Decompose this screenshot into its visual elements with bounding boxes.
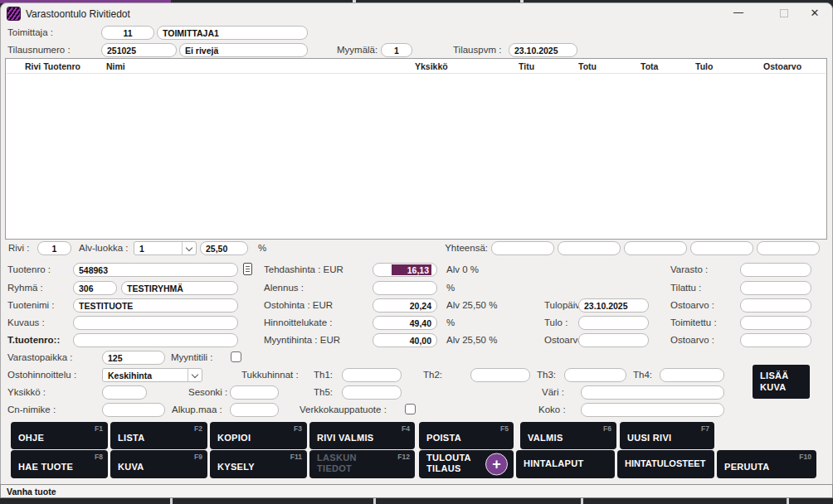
yhteensa-field-4[interactable] bbox=[690, 241, 753, 255]
hinnoittelukate-field[interactable]: 49,40 bbox=[373, 316, 437, 330]
yhteensa-field-3[interactable] bbox=[624, 241, 687, 255]
ostoarvo-field-2[interactable] bbox=[578, 333, 649, 347]
laskun-tiedot-button[interactable]: LASKUN TIEDOTF12 bbox=[309, 450, 415, 478]
alkup-maa-field[interactable] bbox=[230, 403, 279, 417]
toimitettu-label: Toimitettu : bbox=[670, 317, 717, 327]
varastopaikka-field[interactable]: 125 bbox=[102, 351, 165, 365]
chevron-down-icon[interactable] bbox=[188, 369, 201, 381]
maximize-button[interactable] bbox=[780, 9, 788, 17]
alv-luokka-select[interactable]: 1 bbox=[134, 241, 197, 255]
fkey-label: F9 bbox=[194, 453, 202, 461]
tulouta-tilaus-button[interactable]: TULOUTA TILAUS+ bbox=[419, 450, 514, 478]
ryhma-label: Ryhmä : bbox=[7, 283, 43, 293]
button-label: VALMIS bbox=[528, 433, 563, 443]
fkey-label: F10 bbox=[799, 453, 811, 461]
lista-button[interactable]: LISTAF2 bbox=[110, 422, 207, 449]
varastopaikka-label: Varastopaikka : bbox=[7, 352, 72, 362]
close-button[interactable]: ✕ bbox=[806, 5, 824, 20]
status-bar: Vanha tuote bbox=[0, 484, 833, 498]
koko-field[interactable] bbox=[581, 403, 724, 417]
plus-icon: + bbox=[485, 453, 508, 476]
tehdashinta-field[interactable]: 16,13 bbox=[373, 263, 437, 277]
myyntihinta-alv-label: Alv 25,50 % bbox=[446, 335, 497, 345]
yksikko-field[interactable] bbox=[102, 385, 147, 400]
button-label: LASKUN TIEDOT bbox=[317, 453, 372, 474]
chevron-down-icon[interactable] bbox=[182, 242, 195, 254]
verkkokauppatuote-checkbox[interactable] bbox=[405, 404, 416, 414]
minimize-button[interactable]: — bbox=[729, 5, 748, 20]
rivi-field[interactable]: 1 bbox=[37, 241, 71, 255]
yhteensa-field-2[interactable] bbox=[558, 241, 621, 255]
myyntihinta-field[interactable]: 40,00 bbox=[373, 333, 437, 347]
document-icon[interactable] bbox=[243, 263, 252, 275]
peruuta-button[interactable]: PERUUTAF10 bbox=[717, 450, 816, 478]
yhteensa-field-5[interactable] bbox=[757, 241, 820, 255]
t-tuotenro-field[interactable] bbox=[73, 333, 238, 347]
tulo-field[interactable] bbox=[578, 316, 649, 330]
tehdashinta-label: Tehdashinta : EUR bbox=[264, 264, 343, 274]
valmis-button[interactable]: VALMISF6 bbox=[520, 422, 616, 449]
kuvaus-field[interactable] bbox=[73, 316, 238, 330]
tilaus-status-field[interactable]: Ei rivejä bbox=[179, 43, 308, 57]
varasto-field[interactable] bbox=[740, 263, 811, 277]
yhteensa-field-1[interactable] bbox=[491, 241, 554, 255]
verkkokauppatuote-label: Verkkokauppatuote : bbox=[300, 405, 387, 414]
myyntihinta-label: Myyntihinta : EUR bbox=[264, 335, 340, 345]
th5-label: Th5: bbox=[314, 387, 333, 397]
hintatulosteet-button[interactable]: HINTATULOSTEET bbox=[617, 450, 714, 478]
tilausnumero-field[interactable]: 251025 bbox=[101, 43, 177, 57]
col-rivi-tuotenro: Rivi Tuotenro bbox=[25, 61, 80, 71]
lisaa-kuva-button[interactable]: LISÄÄ KUVA bbox=[753, 365, 810, 399]
kysely-button[interactable]: KYSELYF11 bbox=[210, 450, 307, 478]
sesonki-label: Sesonki : bbox=[188, 387, 227, 397]
ostoarvo-field-3[interactable] bbox=[740, 333, 811, 347]
tilattu-field[interactable] bbox=[740, 281, 811, 295]
th3-field[interactable] bbox=[564, 368, 626, 382]
poista-button[interactable]: POISTAF5 bbox=[419, 422, 514, 449]
vari-field[interactable] bbox=[581, 385, 724, 400]
th3-label: Th3: bbox=[537, 370, 556, 380]
ohje-button[interactable]: OHJEF1 bbox=[11, 422, 108, 449]
fkey-label: F3 bbox=[294, 424, 302, 433]
hae-tuote-button[interactable]: HAE TUOTEF8 bbox=[11, 450, 108, 478]
ryhma-name-field[interactable]: TESTIRYHMÄ bbox=[121, 281, 238, 295]
button-label: RIVI VALMIS bbox=[317, 433, 374, 443]
ostoarvo-field-1[interactable] bbox=[740, 298, 811, 313]
th2-field[interactable] bbox=[470, 368, 530, 382]
button-label: LISTA bbox=[118, 433, 144, 443]
rows-grid[interactable] bbox=[5, 58, 827, 240]
col-yksikko: Yksikkö bbox=[415, 61, 448, 71]
alennus-field[interactable] bbox=[373, 281, 437, 295]
rivi-valmis-button[interactable]: RIVI VALMISF4 bbox=[309, 422, 415, 449]
th1-field[interactable] bbox=[342, 368, 402, 382]
col-totu: Totu bbox=[578, 61, 597, 71]
toimitettu-field[interactable] bbox=[740, 316, 811, 330]
kuva-button[interactable]: KUVAF9 bbox=[110, 450, 207, 478]
toimittaja-code-field[interactable]: 11 bbox=[101, 26, 154, 40]
uusi-rivi-button[interactable]: UUSI RIVIF7 bbox=[620, 422, 714, 449]
ryhma-name: TESTIRYHMÄ bbox=[127, 284, 183, 293]
sesonki-field[interactable] bbox=[230, 385, 279, 400]
kopioi-button[interactable]: KOPIOIF3 bbox=[210, 422, 307, 449]
alv-pct-field[interactable]: 25,50 bbox=[200, 241, 248, 255]
rivi-value: 1 bbox=[52, 244, 57, 254]
th5-field[interactable] bbox=[342, 385, 402, 400]
myyntitili-checkbox[interactable] bbox=[231, 351, 241, 362]
tuotenimi-field[interactable]: TESTITUOTE bbox=[73, 298, 238, 313]
tilauspvm-field[interactable]: 23.10.2025 bbox=[509, 43, 577, 57]
button-label: HAE TUOTE bbox=[18, 462, 73, 472]
ryhma-code-field[interactable]: 306 bbox=[73, 281, 117, 295]
toimittaja-name-field[interactable]: TOIMITTAJA1 bbox=[157, 26, 308, 40]
tuotenro-field[interactable]: 548963 bbox=[73, 263, 238, 277]
myymala-label: Myymälä: bbox=[337, 45, 378, 55]
tulopaiva-field[interactable]: 23.10.2025 bbox=[578, 298, 649, 313]
hintalaput-button[interactable]: HINTALAPUT bbox=[516, 450, 615, 478]
cn-nimike-field[interactable] bbox=[102, 403, 165, 417]
ostohinnoittelu-select[interactable]: Keskihinta bbox=[102, 368, 202, 382]
button-label: HINTALAPUT bbox=[524, 458, 583, 469]
myymala-field[interactable]: 1 bbox=[381, 43, 412, 57]
tehdashinta-value-selected: 16,13 bbox=[392, 264, 431, 275]
ostohinta-field[interactable]: 20,24 bbox=[373, 298, 437, 313]
th4-field[interactable] bbox=[660, 368, 724, 382]
tilaus-status: Ei rivejä bbox=[185, 46, 218, 56]
